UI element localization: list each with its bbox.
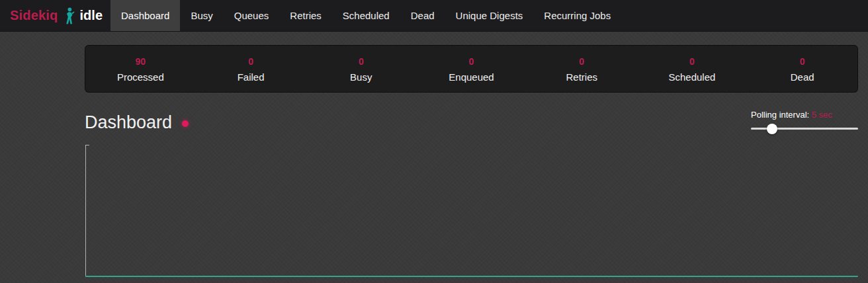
stat-busy: 0 Busy: [306, 55, 416, 83]
stat-scheduled-value: 0: [637, 56, 748, 67]
stat-processed-value: 90: [85, 56, 196, 67]
polling-slider-thumb[interactable]: [767, 124, 777, 134]
nav-tabs: Dashboard Busy Queues Retries Scheduled …: [110, 0, 621, 31]
stat-failed-label: Failed: [196, 71, 306, 83]
stat-retries-label: Retries: [527, 71, 637, 83]
nav-tab-dead[interactable]: Dead: [400, 0, 445, 31]
nav-tab-busy[interactable]: Busy: [180, 0, 223, 31]
nav-tab-scheduled[interactable]: Scheduled: [332, 0, 400, 31]
stat-retries: 0 Retries: [527, 55, 637, 83]
stat-enqueued-label: Enqueued: [416, 71, 527, 83]
stat-retries-value: 0: [527, 56, 637, 67]
nav-tab-recurring-jobs[interactable]: Recurring Jobs: [533, 0, 621, 31]
nav-tab-unique-digests[interactable]: Unique Digests: [445, 0, 534, 31]
stat-enqueued: 0 Enqueued: [416, 55, 527, 83]
top-navbar: Sidekiq idle Dashboard Busy Queues Retri…: [0, 0, 868, 32]
sidekiq-figure-icon: [64, 7, 75, 25]
stat-dead-value: 0: [747, 56, 857, 67]
chart-y-axis: [85, 145, 86, 277]
stats-summary-bar: 90 Processed 0 Failed 0 Busy 0 Enqueued …: [85, 45, 858, 93]
nav-tab-queues[interactable]: Queues: [224, 0, 280, 31]
realtime-chart: [85, 144, 858, 282]
brand-name: Sidekiq: [10, 8, 58, 23]
polling-interval-widget: Polling interval: 5 sec: [751, 106, 858, 130]
stat-processed: 90 Processed: [85, 55, 196, 83]
stat-busy-label: Busy: [306, 71, 416, 83]
nav-tab-dashboard[interactable]: Dashboard: [110, 0, 180, 31]
stat-scheduled-label: Scheduled: [637, 71, 748, 83]
stat-dead: 0 Dead: [747, 55, 857, 83]
stat-dead-label: Dead: [747, 71, 857, 83]
page-content: 90 Processed 0 Failed 0 Busy 0 Enqueued …: [85, 45, 858, 282]
sidekiq-brand-link[interactable]: Sidekiq idle: [0, 0, 110, 31]
polling-interval-value: 5 sec: [812, 110, 832, 120]
chart-flat-zero-line: [85, 276, 858, 277]
page-title: Dashboard: [85, 112, 189, 133]
stat-failed: 0 Failed: [196, 55, 306, 83]
stat-processed-label: Processed: [85, 71, 196, 83]
redis-status-text: idle: [80, 8, 103, 23]
stat-failed-value: 0: [196, 56, 306, 67]
page-title-text: Dashboard: [85, 112, 172, 133]
live-beacon-icon: [182, 120, 189, 127]
polling-interval-slider[interactable]: [751, 128, 858, 130]
nav-tab-retries[interactable]: Retries: [279, 0, 332, 31]
chart-y-axis-top-tick: [85, 145, 89, 145]
stat-enqueued-value: 0: [416, 56, 527, 67]
stat-busy-value: 0: [306, 56, 416, 67]
polling-interval-label: Polling interval: 5 sec: [751, 110, 858, 120]
stat-scheduled: 0 Scheduled: [637, 55, 748, 83]
heading-row: Dashboard Polling interval: 5 sec: [85, 106, 858, 133]
